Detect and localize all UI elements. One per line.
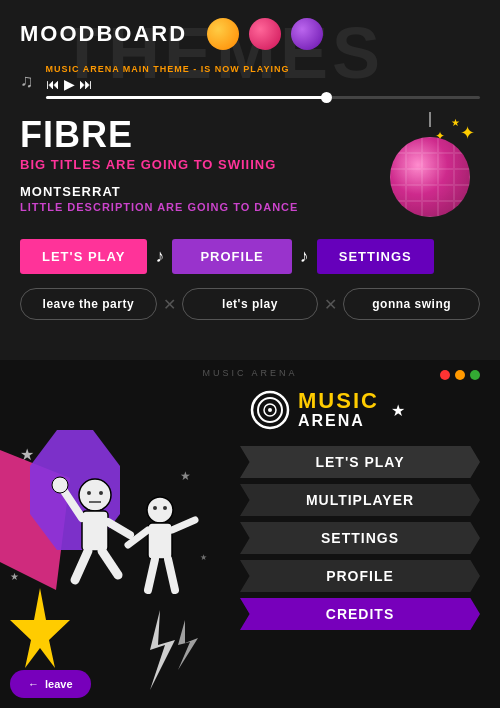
font-name: MONTSERRAT [20, 184, 380, 199]
music-info: MUSIC ARENA MAIN THEME - IS NOW PLAYING … [46, 64, 481, 99]
dot-orange [455, 370, 465, 380]
music-controls: ⏮ ▶ ⏭ [46, 76, 481, 92]
logo-music-text: MUSIC [298, 390, 379, 412]
svg-line-11 [75, 551, 88, 580]
svg-rect-7 [82, 511, 108, 551]
top-panel: THEMES MOODBOARD ♫ MUSIC ARENA MAIN THEM… [0, 0, 500, 360]
circle-purple[interactable] [291, 18, 323, 50]
menu-item-settings[interactable]: SETTINGS [240, 522, 480, 554]
three-dots [440, 370, 480, 380]
disco-ball: ✦ ✦ ★ [380, 117, 480, 217]
logo-area: MUSIC ARENA ★ [250, 390, 480, 430]
content-area: FIBRE BIG TITLES ARE GOING TO SWIIING MO… [0, 107, 500, 227]
star-icon-3: ★ [451, 117, 460, 128]
svg-text:★: ★ [200, 553, 207, 562]
play-button[interactable]: ▶ [64, 76, 75, 92]
svg-point-16 [147, 497, 173, 523]
leave-party-button[interactable]: leave the party [20, 288, 157, 320]
bottom-panel: MUSIC ARENA ★ ★ ★ ★ [0, 360, 500, 708]
logo-text: MUSIC ARENA [298, 390, 379, 430]
dancers-illustration: ★ ★ ★ ★ [0, 380, 230, 700]
progress-fill [46, 96, 328, 99]
menu-item-profile[interactable]: PROFILE [240, 560, 480, 592]
next-button[interactable]: ⏭ [79, 76, 93, 92]
svg-line-20 [148, 559, 155, 590]
header: MOODBOARD [0, 0, 500, 60]
logo-icon [250, 390, 290, 430]
progress-bar[interactable] [46, 96, 481, 99]
x-icon-2: ✕ [324, 288, 337, 320]
arena-label: MUSIC ARENA [202, 368, 297, 378]
subtitle-pink: BIG TITLES ARE GOING TO SWIIING [20, 157, 380, 172]
leave-arrow-icon: ← [28, 678, 39, 690]
color-circles [207, 18, 323, 50]
svg-line-21 [168, 559, 175, 590]
note-icon-1: ♪ [155, 239, 164, 274]
menu-item-credits[interactable]: CREDITS [240, 598, 480, 630]
leave-btn-area: ← leave [10, 670, 91, 698]
svg-point-27 [268, 408, 272, 412]
circle-pink[interactable] [249, 18, 281, 50]
menu-item-multiplayer[interactable]: MULTIPLAYER [240, 484, 480, 516]
menu-items: LET'S PLAY MULTIPLAYER SETTINGS PROFILE … [240, 446, 480, 630]
gonna-swing-button[interactable]: gonna swing [343, 288, 480, 320]
svg-point-9 [52, 477, 68, 493]
now-playing-label: MUSIC ARENA MAIN THEME - IS NOW PLAYING [46, 64, 481, 74]
svg-line-12 [102, 551, 118, 575]
svg-marker-0 [150, 610, 175, 690]
moodboard-title: MOODBOARD [20, 21, 187, 47]
note-icon-2: ♪ [300, 239, 309, 274]
font-desc: LITTLE DESCRIPTION ARE GOING TO DANCE [20, 201, 380, 213]
btn-row-2: leave the party ✕ let's play ✕ gonna swi… [0, 282, 500, 330]
svg-text:★: ★ [20, 446, 34, 463]
big-title: FIBRE [20, 117, 380, 153]
prev-button[interactable]: ⏮ [46, 76, 60, 92]
svg-point-13 [87, 491, 91, 495]
menu-area: MUSIC ARENA ★ LET'S PLAY MULTIPLAYER SET… [230, 360, 500, 708]
circle-orange[interactable] [207, 18, 239, 50]
settings-button[interactable]: SETTINGS [317, 239, 434, 274]
svg-text:★: ★ [10, 571, 19, 582]
lets-play-button[interactable]: LET'S PLAY [20, 239, 147, 274]
x-icon-1: ✕ [163, 288, 176, 320]
svg-line-19 [172, 520, 195, 530]
svg-text:★: ★ [180, 469, 191, 483]
svg-point-6 [79, 479, 111, 511]
letsplay-outline-button[interactable]: let's play [182, 288, 319, 320]
profile-button[interactable]: PROFILE [172, 239, 291, 274]
logo-arena-text: ARENA [298, 412, 379, 430]
dot-red [440, 370, 450, 380]
dot-green [470, 370, 480, 380]
disco-grid [390, 137, 470, 217]
text-content: FIBRE BIG TITLES ARE GOING TO SWIIING MO… [20, 117, 380, 217]
illustration: ★ ★ ★ ★ [0, 360, 230, 708]
leave-button-label: leave [45, 678, 73, 690]
leave-button[interactable]: ← leave [10, 670, 91, 698]
svg-rect-17 [148, 523, 172, 559]
disco-circle [390, 137, 470, 217]
menu-item-letsplay[interactable]: LET'S PLAY [240, 446, 480, 478]
svg-marker-1 [178, 620, 198, 670]
svg-point-23 [163, 506, 167, 510]
btn-row-1: LET'S PLAY ♪ PROFILE ♪ SETTINGS [0, 227, 500, 282]
music-note-icon: ♫ [20, 71, 34, 92]
music-player: ♫ MUSIC ARENA MAIN THEME - IS NOW PLAYIN… [0, 60, 500, 107]
disco-string [429, 112, 431, 127]
svg-point-14 [99, 491, 103, 495]
svg-point-22 [153, 506, 157, 510]
svg-line-10 [108, 522, 130, 535]
logo-star-icon: ★ [391, 401, 405, 420]
